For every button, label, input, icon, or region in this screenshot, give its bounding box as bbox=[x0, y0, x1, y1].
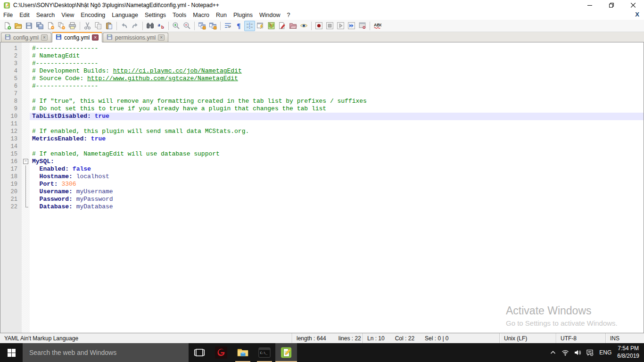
wifi-icon[interactable] bbox=[561, 349, 569, 357]
indent-guide-icon[interactable] bbox=[244, 21, 255, 31]
menu-encoding[interactable]: Encoding bbox=[77, 11, 108, 19]
tab-config-yml-2[interactable]: config.yml× bbox=[52, 32, 102, 42]
print-icon[interactable] bbox=[67, 21, 78, 31]
menu-search[interactable]: Search bbox=[33, 11, 58, 19]
clock[interactable]: 7:54 PM 6/8/2019 bbox=[617, 345, 639, 360]
line-number[interactable]: 13 bbox=[0, 135, 22, 143]
monitoring-icon[interactable] bbox=[298, 21, 309, 31]
code-text[interactable]: Hostname: localhost bbox=[30, 173, 644, 181]
code-text[interactable]: # If enabled, this plugin will send smal… bbox=[30, 128, 644, 135]
line-number[interactable]: 6 bbox=[0, 82, 22, 90]
code-text[interactable]: # Development Builds: http://ci.playmc.c… bbox=[30, 67, 644, 75]
close-button[interactable] bbox=[622, 0, 644, 10]
code-text[interactable] bbox=[30, 120, 644, 128]
language-indicator[interactable]: ENG bbox=[598, 349, 613, 356]
statusbar-typing-mode[interactable]: INS bbox=[606, 333, 644, 343]
tab-close-icon[interactable]: × bbox=[158, 34, 165, 41]
folder-as-workspace-icon[interactable] bbox=[288, 21, 298, 31]
menu-run[interactable]: Run bbox=[213, 11, 230, 19]
action-center-icon[interactable] bbox=[586, 349, 594, 357]
taskbar-notepad-plus-plus-app[interactable] bbox=[275, 343, 297, 362]
line-number[interactable]: 20 bbox=[0, 188, 22, 196]
macro-stop-icon[interactable] bbox=[324, 21, 335, 31]
find-icon[interactable] bbox=[145, 21, 156, 31]
zoom-out-icon[interactable] bbox=[182, 21, 192, 31]
code-text[interactable] bbox=[30, 90, 644, 98]
start-button[interactable] bbox=[0, 343, 23, 362]
menu-edit[interactable]: Edit bbox=[16, 11, 33, 19]
word-wrap-icon[interactable] bbox=[223, 21, 233, 31]
taskbar-command-prompt-app[interactable]: C:\_ bbox=[254, 343, 275, 362]
line-number[interactable]: 16 bbox=[0, 158, 22, 165]
fold-collapse-icon[interactable]: − bbox=[22, 158, 30, 165]
menubar-close-document-button[interactable]: X bbox=[635, 11, 639, 18]
line-number[interactable]: 18 bbox=[0, 173, 22, 181]
statusbar-eol-format[interactable]: Unix (LF) bbox=[500, 333, 556, 343]
editor-pane[interactable]: 1#-----------------2# NametagEdit3#-----… bbox=[0, 42, 644, 333]
close-icon[interactable] bbox=[45, 21, 56, 31]
line-number[interactable]: 19 bbox=[0, 181, 22, 188]
menu-language[interactable]: Language bbox=[108, 11, 141, 19]
user-defined-language-icon[interactable] bbox=[255, 21, 266, 31]
save-icon[interactable] bbox=[24, 21, 34, 31]
line-number[interactable]: 7 bbox=[0, 90, 22, 98]
line-number[interactable]: 10 bbox=[0, 113, 22, 120]
line-number[interactable]: 9 bbox=[0, 105, 22, 113]
new-file-icon[interactable] bbox=[2, 21, 13, 31]
menu-settings[interactable]: Settings bbox=[141, 11, 169, 19]
line-number[interactable]: 22 bbox=[0, 203, 22, 211]
replace-icon[interactable]: ab bbox=[156, 21, 166, 31]
line-number[interactable]: 17 bbox=[0, 165, 22, 173]
taskbar-search-input[interactable]: Search the web and Windows bbox=[23, 343, 189, 362]
code-text[interactable]: Database: myDatabase bbox=[30, 203, 644, 211]
menu-file[interactable]: File bbox=[0, 11, 16, 19]
line-number[interactable]: 11 bbox=[0, 120, 22, 128]
macro-run-multiple-icon[interactable] bbox=[346, 21, 357, 31]
code-text[interactable]: TabListDisabled: true bbox=[30, 113, 644, 120]
code-text[interactable] bbox=[30, 143, 644, 150]
menu-macro[interactable]: Macro bbox=[190, 11, 213, 19]
line-number[interactable]: 3 bbox=[0, 60, 22, 67]
spell-check-icon[interactable]: ABC bbox=[372, 21, 383, 31]
code-text[interactable]: # If "true", this will remove any format… bbox=[30, 98, 644, 105]
code-text[interactable]: Password: myPassword bbox=[30, 196, 644, 203]
zoom-in-icon[interactable] bbox=[171, 21, 182, 31]
line-number[interactable]: 4 bbox=[0, 67, 22, 75]
macro-record-icon[interactable] bbox=[314, 21, 324, 31]
sync-vertical-icon[interactable] bbox=[197, 21, 207, 31]
undo-icon[interactable] bbox=[119, 21, 130, 31]
taskbar-file-explorer-app[interactable] bbox=[232, 343, 254, 362]
copy-icon[interactable] bbox=[93, 21, 104, 31]
code-text[interactable]: Port: 3306 bbox=[30, 181, 644, 188]
line-number[interactable]: 5 bbox=[0, 75, 22, 82]
menu-plugins[interactable]: Plugins bbox=[230, 11, 256, 19]
tab-close-icon[interactable]: × bbox=[92, 34, 99, 41]
document-map-icon[interactable] bbox=[266, 21, 277, 31]
code-text[interactable]: #----------------- bbox=[30, 60, 644, 67]
code-text[interactable]: #----------------- bbox=[30, 45, 644, 52]
taskbar-task-view-button[interactable] bbox=[189, 343, 210, 362]
menu-tools[interactable]: Tools bbox=[169, 11, 190, 19]
code-text[interactable]: # NametagEdit bbox=[30, 52, 644, 60]
code-text[interactable]: #----------------- bbox=[30, 82, 644, 90]
tab-config-yml-1[interactable]: config.yml× bbox=[1, 33, 51, 42]
line-number[interactable]: 12 bbox=[0, 128, 22, 135]
code-text[interactable]: Enabled: false bbox=[30, 165, 644, 173]
code-text[interactable]: # If enabled, NametagEdit will use datab… bbox=[30, 150, 644, 158]
code-text[interactable]: Username: myUsername bbox=[30, 188, 644, 196]
statusbar-encoding[interactable]: UTF-8 bbox=[556, 333, 606, 343]
restore-button[interactable] bbox=[601, 0, 622, 10]
close-all-icon[interactable] bbox=[56, 21, 67, 31]
code-text[interactable]: MySQL: bbox=[30, 158, 644, 165]
code-text[interactable]: MetricsEnabled: true bbox=[30, 135, 644, 143]
line-number[interactable]: 1 bbox=[0, 45, 22, 52]
macro-save-icon[interactable] bbox=[357, 21, 368, 31]
line-number[interactable]: 21 bbox=[0, 196, 22, 203]
line-number[interactable]: 15 bbox=[0, 150, 22, 158]
show-all-characters-icon[interactable]: ¶ bbox=[233, 21, 244, 31]
line-number[interactable]: 8 bbox=[0, 98, 22, 105]
open-folder-icon[interactable] bbox=[13, 21, 24, 31]
function-list-icon[interactable] bbox=[277, 21, 288, 31]
menu-view[interactable]: View bbox=[58, 11, 77, 19]
volume-icon[interactable] bbox=[573, 349, 581, 357]
